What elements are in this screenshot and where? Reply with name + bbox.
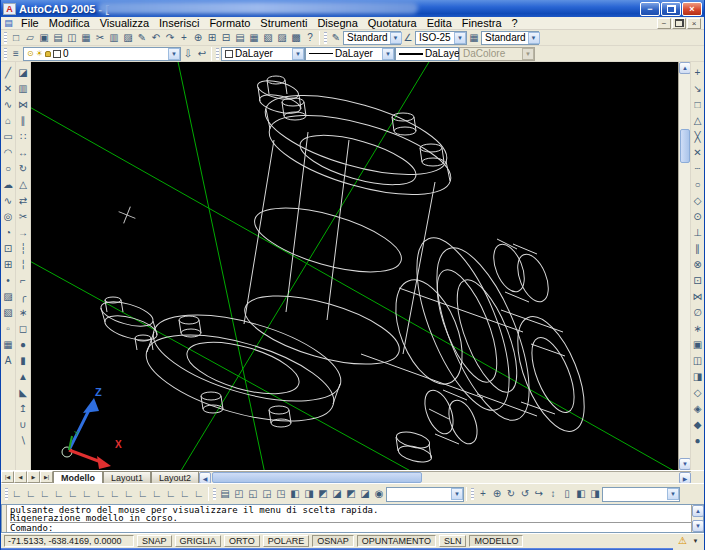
break-at-point-icon[interactable]: ┆ (16, 240, 30, 256)
restore-button[interactable] (661, 2, 681, 16)
tab-layout1[interactable]: Layout1 (103, 471, 151, 483)
undo-icon[interactable]: ↶ (149, 31, 163, 45)
copy-icon[interactable]: ▥ (107, 31, 121, 45)
ne-isometric-icon[interactable]: ◩ (344, 486, 358, 502)
linetype-combo[interactable]: DaLayer ▼ (305, 47, 395, 61)
menu-item-inserisci[interactable]: Inserisci (154, 17, 204, 30)
bottom-view-icon[interactable]: ◱ (246, 486, 260, 502)
ucs-previous-icon[interactable]: ∟ (38, 486, 52, 502)
copy-edges-icon[interactable]: ◫ (691, 352, 705, 368)
status-toggle-modello[interactable]: MODELLO (469, 535, 523, 547)
communication-center-icon[interactable]: ⚠ (678, 535, 687, 547)
open-icon[interactable]: ▱ (23, 31, 37, 45)
layer-combo[interactable]: ⊙ ☀ 0 ▼ (23, 47, 181, 61)
menu-item-finestra[interactable]: Finestra (457, 17, 507, 30)
menu-item-edita[interactable]: Edita (422, 17, 457, 30)
union-icon[interactable]: ∪ (16, 416, 30, 432)
3d-pan-icon[interactable]: + (476, 486, 490, 502)
layer-previous-icon[interactable]: ↩ (195, 47, 209, 61)
tab-layout2[interactable]: Layout2 (151, 471, 199, 483)
snap-to-insert-icon[interactable]: ⊡ (691, 272, 705, 288)
snap-to-center-icon[interactable]: ○ (691, 176, 705, 192)
snap-to-node-icon[interactable]: ⊗ (691, 256, 705, 272)
polygon-icon[interactable]: ⌂ (1, 112, 15, 128)
construction-line-icon[interactable]: ✕ (1, 80, 15, 96)
3d-adjust-clip-planes-icon[interactable]: ▯ (560, 486, 574, 502)
menu-item-strumenti[interactable]: Strumenti (255, 17, 312, 30)
dropdown-arrow-icon[interactable]: ▼ (382, 48, 394, 60)
ucs-world-icon[interactable]: ∟ (24, 486, 38, 502)
layer-properties-manager-icon[interactable]: ≡ (9, 47, 23, 61)
trim-icon[interactable]: ✂ (16, 208, 30, 224)
status-toggle-osnap[interactable]: OSNAP (312, 535, 354, 547)
3d-swivel-icon[interactable]: ↪ (532, 486, 546, 502)
match-properties-icon[interactable]: ✎ (135, 31, 149, 45)
extrude-icon[interactable]: ↥ (16, 400, 30, 416)
line-icon[interactable]: ╱ (1, 64, 15, 80)
status-toggle-griglia[interactable]: GRIGLIA (175, 535, 222, 547)
copy-object-icon[interactable]: ▥ (16, 80, 30, 96)
imprint-icon[interactable]: ◨ (691, 368, 705, 384)
markup-set-manager-icon[interactable]: ▩ (289, 31, 303, 45)
point-icon[interactable]: • (1, 272, 15, 288)
cone-icon[interactable]: ▲ (16, 368, 30, 384)
snap-to-extension-icon[interactable]: ┄ (691, 160, 705, 176)
cylinder-icon[interactable]: ▮ (16, 352, 30, 368)
snap-to-none-icon[interactable]: ∅ (691, 304, 705, 320)
snap-to-parallel-icon[interactable]: ∥ (691, 240, 705, 256)
named-ucs-icon[interactable]: ∟ (192, 486, 206, 502)
dim-style-icon[interactable]: ∠ (401, 31, 415, 45)
ucs-face-icon[interactable]: ∟ (52, 486, 66, 502)
snap-to-apparent-intersection-icon[interactable]: ✕ (691, 144, 705, 160)
dropdown-arrow-icon[interactable]: ▼ (454, 32, 466, 44)
gouraud-shaded-icon[interactable]: ● (691, 432, 705, 448)
stretch-icon[interactable]: ⇄ (16, 192, 30, 208)
ellipse-icon[interactable]: ◎ (1, 208, 15, 224)
circle-icon[interactable]: ○ (1, 160, 15, 176)
minimize-button[interactable]: − (640, 2, 660, 16)
tab-nav-next-button[interactable]: ▶ (27, 471, 40, 483)
ucs-apply-icon[interactable]: ∟ (178, 486, 192, 502)
snap-to-tangent-icon[interactable]: ⊙ (691, 208, 705, 224)
orbit-combo[interactable]: ▼ (602, 487, 680, 502)
tab-modello[interactable]: Modello (53, 471, 103, 483)
status-toggle-snap[interactable]: SNAP (137, 535, 172, 547)
designcenter-icon[interactable]: ▦ (247, 31, 261, 45)
command-prompt[interactable]: Comando: (10, 522, 691, 533)
mdi-close-button[interactable]: × (687, 18, 701, 29)
3d-wireframe-icon[interactable]: ◈ (691, 400, 705, 416)
toolbar-grip[interactable] (216, 48, 219, 60)
lineweight-combo[interactable]: DaLayer ▼ (395, 47, 459, 61)
menu-item-disegna[interactable]: Disegna (312, 17, 362, 30)
tab-nav-last-button[interactable]: ▶| (40, 471, 53, 483)
color-combo[interactable]: DaLayer ▼ (221, 47, 305, 61)
command-scroll-down-button[interactable]: ▼ (692, 520, 704, 532)
table-icon[interactable]: ▦ (1, 336, 15, 352)
ucs-icon[interactable]: ∟ (10, 486, 24, 502)
back-clip-icon[interactable]: ◨ (588, 486, 602, 502)
toolbar-grip[interactable] (213, 488, 216, 500)
paste-icon[interactable]: ▨ (121, 31, 135, 45)
help-icon[interactable]: ? (303, 31, 317, 45)
menu-item-quotatura[interactable]: Quotatura (363, 17, 422, 30)
osnap-settings-icon[interactable]: ∗ (691, 320, 705, 336)
camera-icon[interactable]: ◉ (372, 486, 386, 502)
left-view-icon[interactable]: ◲ (260, 486, 274, 502)
text-style-combo[interactable]: Standard ▼ (343, 31, 401, 45)
revision-cloud-icon[interactable]: ☁ (1, 176, 15, 192)
dropdown-arrow-icon[interactable]: ▼ (451, 488, 463, 500)
zoom-window-icon[interactable]: ⊞ (205, 31, 219, 45)
table-style-combo[interactable]: Standard ▼ (481, 31, 539, 45)
se-isometric-icon[interactable]: ◪ (330, 486, 344, 502)
dropdown-arrow-icon[interactable]: ▼ (292, 48, 304, 60)
close-button[interactable]: × (682, 2, 702, 16)
ucs-z-icon[interactable]: ∟ (164, 486, 178, 502)
sw-isometric-icon[interactable]: ◩ (316, 486, 330, 502)
extend-icon[interactable]: → (16, 224, 30, 240)
polyline-icon[interactable]: ∿ (1, 96, 15, 112)
toolbar-grip[interactable] (471, 488, 474, 500)
dropdown-arrow-icon[interactable]: ▼ (528, 32, 540, 44)
3d-zoom-icon[interactable]: ⊕ (490, 486, 504, 502)
status-tray-arrow[interactable]: ▼ (690, 535, 701, 547)
spline-icon[interactable]: ∿ (1, 192, 15, 208)
